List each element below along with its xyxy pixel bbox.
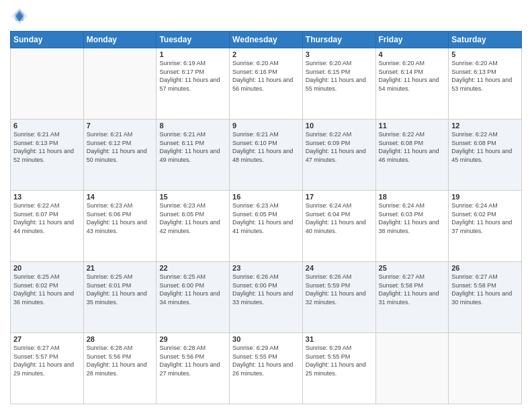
header [10,7,522,26]
weekday-header: Saturday [449,32,522,48]
calendar-cell: 6Sunrise: 6:21 AM Sunset: 6:13 PM Daylig… [11,120,84,191]
weekday-header: Friday [375,32,449,48]
calendar-cell: 29Sunrise: 6:28 AM Sunset: 5:56 PM Dayli… [157,333,230,404]
calendar-cell: 9Sunrise: 6:21 AM Sunset: 6:10 PM Daylig… [230,120,303,191]
day-number: 30 [232,335,300,343]
day-info: Sunrise: 6:28 AM Sunset: 5:56 PM Dayligh… [159,344,226,377]
day-number: 26 [451,264,519,272]
weekday-header: Thursday [302,32,375,48]
day-number: 17 [306,193,373,201]
calendar-cell: 4Sunrise: 6:20 AM Sunset: 6:14 PM Daylig… [375,48,449,120]
calendar-cell: 19Sunrise: 6:24 AM Sunset: 6:02 PM Dayli… [449,191,522,262]
day-info: Sunrise: 6:21 AM Sunset: 6:11 PM Dayligh… [159,130,226,164]
day-number: 31 [306,335,373,343]
day-number: 19 [451,193,519,201]
calendar-cell: 3Sunrise: 6:20 AM Sunset: 6:15 PM Daylig… [302,48,375,120]
day-info: Sunrise: 6:22 AM Sunset: 6:07 PM Dayligh… [13,201,81,235]
calendar-cell: 22Sunrise: 6:25 AM Sunset: 6:00 PM Dayli… [157,262,230,333]
day-number: 29 [159,335,226,343]
day-number: 25 [379,264,446,272]
day-number: 15 [159,193,226,201]
calendar-cell: 12Sunrise: 6:22 AM Sunset: 6:08 PM Dayli… [449,120,522,191]
day-info: Sunrise: 6:27 AM Sunset: 5:58 PM Dayligh… [379,273,446,306]
calendar-cell: 1Sunrise: 6:19 AM Sunset: 6:17 PM Daylig… [157,48,230,120]
day-info: Sunrise: 6:25 AM Sunset: 6:00 PM Dayligh… [159,273,226,306]
day-number: 13 [13,193,81,201]
day-number: 5 [451,50,519,58]
calendar-cell: 30Sunrise: 6:29 AM Sunset: 5:55 PM Dayli… [230,333,303,404]
calendar-cell [11,48,84,120]
day-info: Sunrise: 6:26 AM Sunset: 5:59 PM Dayligh… [306,273,373,306]
day-number: 7 [87,122,154,130]
day-number: 9 [232,122,300,130]
calendar-cell: 15Sunrise: 6:23 AM Sunset: 6:05 PM Dayli… [157,191,230,262]
calendar-cell: 7Sunrise: 6:21 AM Sunset: 6:12 PM Daylig… [83,120,157,191]
day-number: 10 [306,122,373,130]
day-info: Sunrise: 6:19 AM Sunset: 6:17 PM Dayligh… [159,59,226,93]
day-info: Sunrise: 6:20 AM Sunset: 6:16 PM Dayligh… [232,59,300,93]
day-info: Sunrise: 6:20 AM Sunset: 6:13 PM Dayligh… [451,59,519,93]
logo [10,7,32,26]
day-info: Sunrise: 6:29 AM Sunset: 5:55 PM Dayligh… [306,344,373,377]
day-info: Sunrise: 6:22 AM Sunset: 6:08 PM Dayligh… [451,130,519,164]
day-number: 1 [159,50,226,58]
calendar-cell: 10Sunrise: 6:22 AM Sunset: 6:09 PM Dayli… [302,120,375,191]
weekday-header: Sunday [11,32,84,48]
calendar-cell: 25Sunrise: 6:27 AM Sunset: 5:58 PM Dayli… [375,262,449,333]
calendar-cell: 20Sunrise: 6:25 AM Sunset: 6:02 PM Dayli… [11,262,84,333]
day-info: Sunrise: 6:28 AM Sunset: 5:56 PM Dayligh… [87,344,154,377]
day-info: Sunrise: 6:20 AM Sunset: 6:14 PM Dayligh… [379,59,446,93]
day-number: 6 [13,122,81,130]
day-number: 2 [232,50,300,58]
calendar-cell: 2Sunrise: 6:20 AM Sunset: 6:16 PM Daylig… [230,48,303,120]
calendar: SundayMondayTuesdayWednesdayThursdayFrid… [10,31,522,404]
calendar-cell: 8Sunrise: 6:21 AM Sunset: 6:11 PM Daylig… [157,120,230,191]
day-info: Sunrise: 6:23 AM Sunset: 6:06 PM Dayligh… [87,201,154,235]
calendar-cell [375,333,449,404]
logo-icon [10,7,29,26]
day-info: Sunrise: 6:23 AM Sunset: 6:05 PM Dayligh… [159,201,226,235]
calendar-cell: 17Sunrise: 6:24 AM Sunset: 6:04 PM Dayli… [302,191,375,262]
day-info: Sunrise: 6:25 AM Sunset: 6:01 PM Dayligh… [87,273,154,306]
day-number: 11 [379,122,446,130]
day-number: 18 [379,193,446,201]
day-info: Sunrise: 6:27 AM Sunset: 5:58 PM Dayligh… [451,273,519,306]
calendar-cell: 13Sunrise: 6:22 AM Sunset: 6:07 PM Dayli… [11,191,84,262]
weekday-header: Tuesday [157,32,230,48]
day-number: 8 [159,122,226,130]
calendar-cell: 27Sunrise: 6:27 AM Sunset: 5:57 PM Dayli… [11,333,84,404]
day-number: 12 [451,122,519,130]
day-info: Sunrise: 6:24 AM Sunset: 6:03 PM Dayligh… [379,201,446,235]
day-info: Sunrise: 6:26 AM Sunset: 6:00 PM Dayligh… [232,273,300,306]
day-number: 23 [232,264,300,272]
calendar-cell: 23Sunrise: 6:26 AM Sunset: 6:00 PM Dayli… [230,262,303,333]
calendar-cell [449,333,522,404]
calendar-cell: 21Sunrise: 6:25 AM Sunset: 6:01 PM Dayli… [83,262,157,333]
day-number: 22 [159,264,226,272]
calendar-cell: 24Sunrise: 6:26 AM Sunset: 5:59 PM Dayli… [302,262,375,333]
calendar-cell [83,48,157,120]
day-number: 27 [13,335,81,343]
day-info: Sunrise: 6:20 AM Sunset: 6:15 PM Dayligh… [306,59,373,93]
day-number: 28 [87,335,154,343]
day-info: Sunrise: 6:21 AM Sunset: 6:12 PM Dayligh… [87,130,154,164]
day-info: Sunrise: 6:25 AM Sunset: 6:02 PM Dayligh… [13,273,81,306]
day-info: Sunrise: 6:21 AM Sunset: 6:10 PM Dayligh… [232,130,300,164]
calendar-cell: 11Sunrise: 6:22 AM Sunset: 6:08 PM Dayli… [375,120,449,191]
day-number: 3 [306,50,373,58]
day-info: Sunrise: 6:21 AM Sunset: 6:13 PM Dayligh… [13,130,81,164]
calendar-cell: 14Sunrise: 6:23 AM Sunset: 6:06 PM Dayli… [83,191,157,262]
day-number: 21 [87,264,154,272]
calendar-cell: 18Sunrise: 6:24 AM Sunset: 6:03 PM Dayli… [375,191,449,262]
day-number: 24 [306,264,373,272]
day-info: Sunrise: 6:24 AM Sunset: 6:04 PM Dayligh… [306,201,373,235]
calendar-cell: 28Sunrise: 6:28 AM Sunset: 5:56 PM Dayli… [83,333,157,404]
calendar-cell: 31Sunrise: 6:29 AM Sunset: 5:55 PM Dayli… [302,333,375,404]
calendar-cell: 5Sunrise: 6:20 AM Sunset: 6:13 PM Daylig… [449,48,522,120]
day-info: Sunrise: 6:27 AM Sunset: 5:57 PM Dayligh… [13,344,81,377]
day-info: Sunrise: 6:23 AM Sunset: 6:05 PM Dayligh… [232,201,300,235]
weekday-header: Wednesday [230,32,303,48]
day-number: 14 [87,193,154,201]
day-info: Sunrise: 6:24 AM Sunset: 6:02 PM Dayligh… [451,201,519,235]
weekday-header: Monday [83,32,157,48]
